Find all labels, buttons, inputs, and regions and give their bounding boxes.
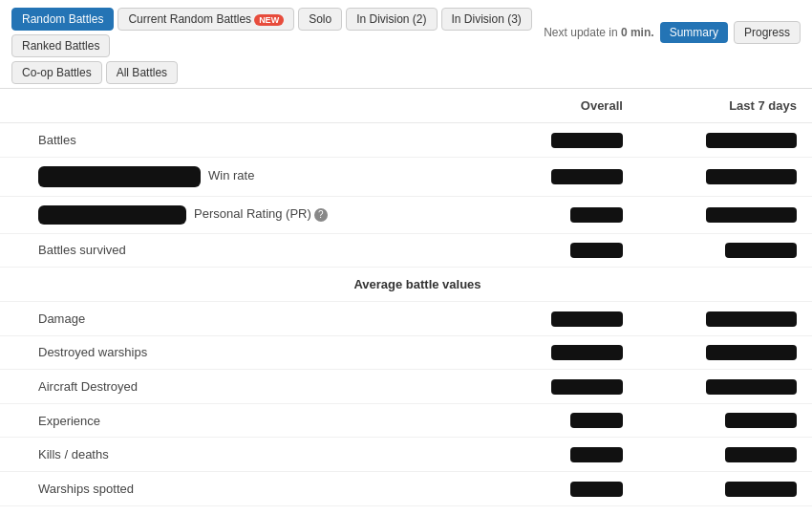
last7-value bbox=[638, 505, 812, 515]
overall-value bbox=[491, 123, 637, 158]
tab-in-division-2[interactable]: In Division (2) bbox=[346, 8, 437, 31]
last7-value bbox=[638, 196, 812, 233]
overall-value bbox=[491, 505, 637, 515]
redacted-value bbox=[551, 345, 623, 360]
redacted-value bbox=[570, 243, 623, 258]
top-bar: Random BattlesCurrent Random BattlesNEWS… bbox=[0, 0, 812, 89]
table-row: Kills / deaths bbox=[0, 438, 812, 472]
redacted-value bbox=[706, 207, 797, 223]
row-label: Damage upon spotting bbox=[0, 505, 491, 515]
row-label: Damage bbox=[0, 302, 491, 336]
redacted-value bbox=[706, 345, 797, 360]
overall-value bbox=[491, 157, 637, 196]
row-label: Personal Rating (PR)? bbox=[0, 196, 491, 233]
right-controls: Next update in 0 min. Summary Progress bbox=[544, 21, 801, 44]
table-row: Warships spotted bbox=[0, 471, 812, 505]
tab-solo[interactable]: Solo bbox=[298, 8, 342, 31]
table-row: Win rate bbox=[0, 157, 812, 196]
last7-value bbox=[638, 471, 812, 505]
row-label: Aircraft Destroyed bbox=[0, 370, 491, 404]
tab-row-2: Co-op BattlesAll Battles bbox=[11, 61, 801, 84]
last7-value bbox=[638, 157, 812, 196]
redacted-value bbox=[551, 169, 623, 184]
last7-value bbox=[638, 233, 812, 268]
row-label: Battles bbox=[0, 123, 491, 158]
tab-co-op-battles[interactable]: Co-op Battles bbox=[11, 61, 102, 84]
overall-value bbox=[491, 471, 637, 505]
redacted-value bbox=[570, 447, 623, 462]
overall-value bbox=[491, 233, 637, 268]
progress-button[interactable]: Progress bbox=[734, 21, 801, 44]
redacted-value bbox=[706, 311, 797, 327]
overall-value bbox=[491, 370, 637, 404]
tab-row-1: Random BattlesCurrent Random BattlesNEWS… bbox=[11, 8, 801, 57]
last7-value bbox=[638, 438, 812, 472]
tab-current-random-battles[interactable]: Current Random BattlesNEW bbox=[118, 8, 294, 31]
content: Overall Last 7 days BattlesWin ratePerso… bbox=[0, 89, 812, 515]
table-row: Damage bbox=[0, 302, 812, 336]
redacted-value bbox=[570, 482, 623, 497]
overall-value bbox=[491, 403, 637, 438]
overall-value bbox=[491, 335, 637, 370]
table-row: Damage upon spotting bbox=[0, 505, 812, 515]
table-row: Battles survived bbox=[0, 233, 812, 268]
redacted-value bbox=[725, 243, 797, 258]
row-label: Experience bbox=[0, 403, 491, 438]
tab-in-division-3[interactable]: In Division (3) bbox=[441, 8, 532, 31]
row-label: Kills / deaths bbox=[0, 438, 491, 472]
help-icon[interactable]: ? bbox=[314, 208, 328, 222]
table-row: Destroyed warships bbox=[0, 335, 812, 370]
last7-value bbox=[638, 302, 812, 336]
last7-value bbox=[638, 370, 812, 404]
col-last7-header: Last 7 days bbox=[638, 89, 812, 123]
tab-random-battles[interactable]: Random Battles bbox=[11, 8, 114, 31]
row-label: Battles survived bbox=[0, 233, 491, 268]
stats-table: Overall Last 7 days BattlesWin ratePerso… bbox=[0, 89, 812, 515]
row-label: Win rate bbox=[0, 157, 491, 196]
redacted-value bbox=[706, 379, 797, 395]
redacted-value bbox=[551, 133, 623, 148]
last7-value bbox=[638, 403, 812, 438]
redacted-value bbox=[551, 311, 623, 327]
table-row: Personal Rating (PR)? bbox=[0, 196, 812, 233]
table-row: Average battle values bbox=[0, 268, 812, 302]
redacted-value bbox=[725, 447, 797, 462]
summary-button[interactable]: Summary bbox=[660, 22, 728, 43]
redacted-value bbox=[570, 413, 623, 428]
section-header-label: Average battle values bbox=[0, 268, 812, 302]
redacted-value bbox=[725, 413, 797, 428]
row-label: Warships spotted bbox=[0, 471, 491, 505]
redacted-value bbox=[706, 169, 797, 184]
overall-value bbox=[491, 438, 637, 472]
overall-value bbox=[491, 302, 637, 336]
table-row: Battles bbox=[0, 123, 812, 158]
tab-all-battles[interactable]: All Battles bbox=[106, 61, 178, 84]
table-row: Experience bbox=[0, 403, 812, 438]
redacted-value bbox=[725, 482, 797, 497]
last7-value bbox=[638, 335, 812, 370]
redacted-value bbox=[551, 379, 623, 395]
next-update-text: Next update in 0 min. bbox=[544, 26, 653, 39]
redacted-value bbox=[570, 207, 623, 223]
redacted-value bbox=[706, 133, 797, 148]
tab-ranked-battles[interactable]: Ranked Battles bbox=[11, 34, 110, 57]
col-label-header bbox=[0, 89, 491, 123]
table-row: Aircraft Destroyed bbox=[0, 370, 812, 404]
row-label: Destroyed warships bbox=[0, 335, 491, 370]
overall-value bbox=[491, 196, 637, 233]
last7-value bbox=[638, 123, 812, 158]
col-overall-header: Overall bbox=[491, 89, 637, 123]
